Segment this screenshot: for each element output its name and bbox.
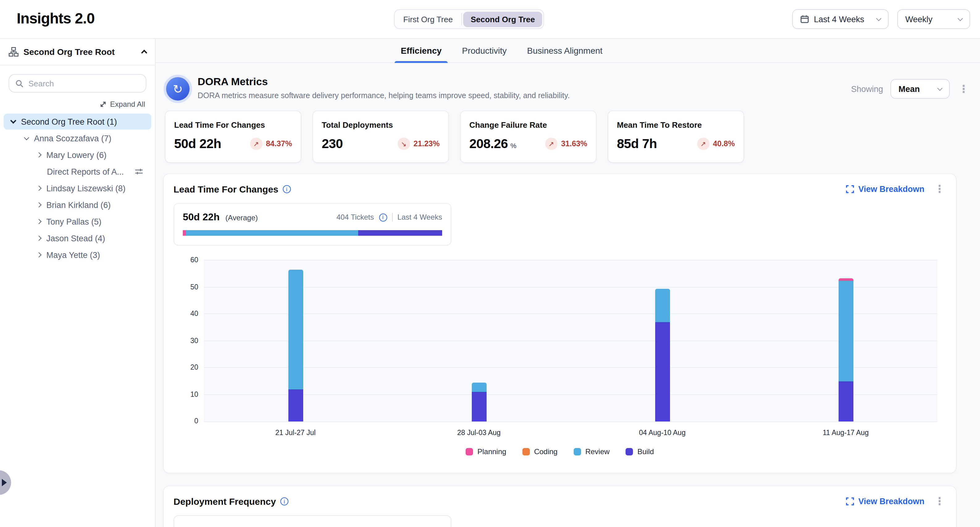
- chevron-right-icon: [37, 252, 42, 258]
- tree-item-lindsay-liszewski-8[interactable]: Lindsay Liszewski (8): [0, 180, 155, 196]
- tree-item-maya-yette-3[interactable]: Maya Yette (3): [0, 247, 155, 263]
- date-range-select[interactable]: Last 4 Weeks: [792, 9, 889, 29]
- tree-item-direct-reports-of-a[interactable]: Direct Reports of A...: [0, 163, 155, 179]
- legend-label: Coding: [534, 448, 558, 456]
- expand-all-button[interactable]: Expand All: [10, 100, 145, 109]
- search-icon: [16, 79, 24, 87]
- chevron-down-icon: [24, 135, 29, 140]
- lead-time-chart: PlanningCodingReviewBuild 01020304050602…: [173, 260, 946, 464]
- chart-plot-area: [204, 260, 937, 421]
- y-axis-tick: 0: [173, 417, 198, 425]
- phase-segment-review: [186, 230, 358, 236]
- kebab-menu-icon[interactable]: ⋮: [957, 84, 970, 94]
- tree-item-jason-stead-4[interactable]: Jason Stead (4): [0, 230, 155, 246]
- x-axis-label: 04 Aug-10 Aug: [639, 429, 686, 436]
- expand-corners-icon: [846, 497, 854, 505]
- toggle-second-org-tree[interactable]: Second Org Tree: [463, 11, 542, 27]
- x-axis-label: 11 Aug-17 Aug: [822, 429, 869, 436]
- info-icon[interactable]: i: [283, 185, 291, 193]
- metric-value: 208.26%: [469, 137, 516, 151]
- y-axis-tick: 50: [173, 283, 198, 290]
- trend-badge: ↗40.8%: [697, 138, 735, 150]
- kebab-menu-icon[interactable]: ⋮: [933, 184, 946, 194]
- tree-item-label: Anna Scozzafava (7): [34, 133, 111, 143]
- chevron-right-icon: [37, 236, 42, 241]
- aggregation-value: Mean: [899, 84, 933, 94]
- aggregation-select[interactable]: Mean: [891, 79, 950, 99]
- view-tabs: EfficiencyProductivityBusiness Alignment: [156, 39, 980, 63]
- legend-label: Planning: [477, 448, 506, 456]
- lead-time-summary-card: 50d 22h (Average) 404 Tickets i Last 4 W…: [173, 203, 452, 246]
- metric-unit: %: [511, 142, 516, 149]
- tab-business-alignment[interactable]: Business Alignment: [527, 39, 602, 62]
- summary-suffix: (Average): [225, 214, 258, 222]
- dora-cards-row: Lead Time For Changes50d 22h↗84.37%Total…: [165, 111, 970, 163]
- tree-item-label: Second Org Tree Root (1): [21, 117, 117, 126]
- summary-value: 50d 22h: [183, 212, 220, 222]
- y-axis-tick: 20: [173, 364, 198, 371]
- stacked-bar-28-jul-03-aug: [471, 383, 486, 421]
- info-icon[interactable]: i: [280, 497, 288, 505]
- search-input[interactable]: [29, 79, 140, 88]
- dora-header: ↻ DORA Metrics DORA metrics measure soft…: [165, 76, 970, 101]
- trend-down-icon: ↘: [398, 138, 410, 150]
- trend-badge: ↗31.63%: [545, 138, 587, 150]
- phase-distribution-bar: [183, 230, 442, 236]
- bar-segment-review: [471, 383, 486, 392]
- kebab-menu-icon[interactable]: ⋮: [933, 496, 946, 506]
- legend-label: Build: [637, 448, 654, 456]
- metric-title: Change Failure Rate: [469, 120, 587, 130]
- insights-dashboard: Insights 2.0 First Org Tree Second Org T…: [0, 0, 980, 527]
- trend-up-icon: ↗: [545, 138, 557, 150]
- toggle-first-org-tree[interactable]: First Org Tree: [396, 11, 460, 27]
- tree-item-label: Mary Lowery (6): [46, 150, 107, 160]
- filter-sliders-icon[interactable]: [134, 167, 143, 176]
- deployment-frequency-panel: Deployment Frequency i View Breakdown ⋮: [163, 486, 956, 527]
- tab-productivity[interactable]: Productivity: [462, 39, 507, 62]
- showing-controls: Showing Mean ⋮: [851, 79, 970, 99]
- play-icon: [2, 479, 7, 486]
- chevron-down-icon: [876, 16, 881, 21]
- deployment-frequency-title: Deployment Frequency: [173, 496, 276, 506]
- legend-swatch: [522, 448, 530, 456]
- bar-segment-review: [838, 281, 853, 381]
- bar-segment-build: [838, 381, 853, 422]
- dora-cycle-icon: ↻: [166, 77, 189, 101]
- stacked-bar-04-aug-10-aug: [655, 289, 670, 421]
- chevron-down-icon: [10, 117, 16, 124]
- tree-item-label: Brian Kirkland (6): [46, 200, 111, 210]
- metric-title: Total Deployments: [322, 120, 440, 130]
- trend-percent: 84.37%: [266, 140, 292, 148]
- page-title: Insights 2.0: [17, 10, 94, 27]
- tree-item-anna-scozzafava-7[interactable]: Anna Scozzafava (7): [0, 130, 155, 146]
- summary-period: Last 4 Weeks: [398, 213, 442, 222]
- info-icon[interactable]: i: [379, 213, 387, 221]
- trend-badge: ↘21.23%: [398, 138, 440, 150]
- view-breakdown-button[interactable]: View Breakdown: [846, 497, 924, 506]
- gridline: [204, 367, 937, 368]
- granularity-select[interactable]: Weekly: [897, 9, 970, 29]
- bar-segment-planning: [838, 278, 853, 281]
- view-breakdown-button[interactable]: View Breakdown: [846, 184, 924, 194]
- chevron-down-icon: [958, 16, 963, 21]
- legend-item-coding: Coding: [522, 448, 558, 456]
- tree-item-mary-lowery-6[interactable]: Mary Lowery (6): [0, 147, 155, 163]
- bar-segment-build: [655, 322, 670, 421]
- bar-segment-review: [655, 289, 670, 322]
- metric-card-total-deployments: Total Deployments230↘21.23%: [312, 111, 449, 163]
- tree-item-tony-pallas-5[interactable]: Tony Pallas (5): [0, 214, 155, 230]
- expand-all-label: Expand All: [110, 100, 145, 109]
- gridline: [204, 260, 937, 260]
- tree-item-label: Jason Stead (4): [46, 233, 105, 243]
- tree-item-second-org-tree-root-1[interactable]: Second Org Tree Root (1): [4, 114, 151, 130]
- tree-item-brian-kirkland-6[interactable]: Brian Kirkland (6): [0, 197, 155, 213]
- toggle-divider: [461, 13, 462, 25]
- tab-efficiency[interactable]: Efficiency: [401, 39, 442, 62]
- org-tree-icon: [9, 47, 19, 57]
- org-tree-toggle: First Org Tree Second Org Tree: [394, 9, 544, 29]
- y-axis-tick: 40: [173, 310, 198, 317]
- chevron-down-icon: [937, 86, 943, 91]
- chevron-up-icon[interactable]: [141, 50, 147, 56]
- chart-legend: PlanningCodingReviewBuild: [173, 448, 946, 456]
- trend-badge: ↗84.37%: [250, 138, 292, 150]
